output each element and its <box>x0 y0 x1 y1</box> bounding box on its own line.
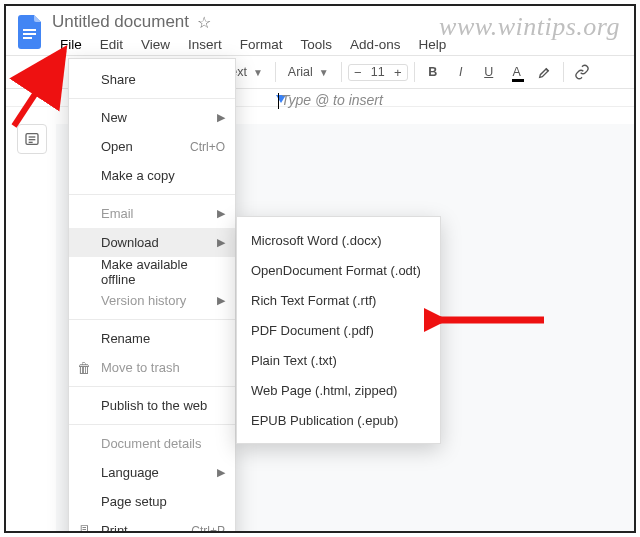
font-size-value[interactable]: 11 <box>367 65 389 79</box>
text-color-button[interactable]: A <box>505 60 529 84</box>
submenu-arrow-icon: ▶ <box>217 294 225 307</box>
file-menu-open[interactable]: OpenCtrl+O <box>69 132 235 161</box>
italic-button[interactable]: I <box>449 60 473 84</box>
file-menu-rename[interactable]: Rename <box>69 324 235 353</box>
menu-edit[interactable]: Edit <box>92 34 131 55</box>
font-size-increase[interactable]: + <box>389 65 407 80</box>
file-menu-offline[interactable]: Make available offline <box>69 257 235 286</box>
toolbar-separator <box>275 62 276 82</box>
shortcut-label: Ctrl+P <box>191 524 225 534</box>
chevron-down-icon: ▼ <box>319 67 329 78</box>
editor-placeholder: Type @ to insert <box>278 92 383 109</box>
submenu-arrow-icon: ▶ <box>217 236 225 249</box>
bold-button[interactable]: B <box>421 60 445 84</box>
file-menu-trash: 🗑Move to trash <box>69 353 235 382</box>
file-menu-page-setup[interactable]: Page setup <box>69 487 235 516</box>
font-label: Arial <box>288 65 313 79</box>
docs-logo[interactable] <box>14 12 48 52</box>
download-epub[interactable]: EPUB Publication (.epub) <box>237 405 440 435</box>
app-header: Untitled document ☆ File Edit View Inser… <box>6 6 634 55</box>
print-icon: 🖶 <box>77 523 91 534</box>
download-rtf[interactable]: Rich Text Format (.rtf) <box>237 285 440 315</box>
submenu-arrow-icon: ▶ <box>217 111 225 124</box>
menu-separator <box>69 386 235 387</box>
star-icon[interactable]: ☆ <box>197 13 211 32</box>
menu-tools[interactable]: Tools <box>293 34 341 55</box>
menu-view[interactable]: View <box>133 34 178 55</box>
menu-file[interactable]: File <box>52 34 90 55</box>
menu-addons[interactable]: Add-ons <box>342 34 408 55</box>
font-size-decrease[interactable]: − <box>349 65 367 80</box>
font-size-control: − 11 + <box>348 64 408 81</box>
file-menu-publish[interactable]: Publish to the web <box>69 391 235 420</box>
menu-separator <box>69 424 235 425</box>
menu-separator <box>69 98 235 99</box>
trash-icon: 🗑 <box>77 360 91 376</box>
toolbar-separator <box>341 62 342 82</box>
chevron-down-icon: ▼ <box>253 67 263 78</box>
file-menu-version-history: Version history▶ <box>69 286 235 315</box>
svg-rect-1 <box>23 33 36 35</box>
file-menu-dropdown: Share New▶ OpenCtrl+O Make a copy Email▶… <box>68 58 236 533</box>
download-docx[interactable]: Microsoft Word (.docx) <box>237 225 440 255</box>
menu-insert[interactable]: Insert <box>180 34 230 55</box>
file-menu-new[interactable]: New▶ <box>69 103 235 132</box>
menu-help[interactable]: Help <box>410 34 454 55</box>
svg-rect-2 <box>23 37 32 39</box>
highlight-button[interactable] <box>533 60 557 84</box>
menu-format[interactable]: Format <box>232 34 291 55</box>
shortcut-label: Ctrl+O <box>190 140 225 154</box>
file-menu-share[interactable]: Share <box>69 65 235 94</box>
outline-toggle[interactable] <box>17 124 47 154</box>
underline-button[interactable]: U <box>477 60 501 84</box>
file-menu-download[interactable]: Download▶ <box>69 228 235 257</box>
download-txt[interactable]: Plain Text (.txt) <box>237 345 440 375</box>
file-menu-make-copy[interactable]: Make a copy <box>69 161 235 190</box>
insert-link-button[interactable] <box>570 60 594 84</box>
file-menu-details: Document details <box>69 429 235 458</box>
left-rail <box>12 124 52 154</box>
toolbar-separator <box>563 62 564 82</box>
menubar: File Edit View Insert Format Tools Add-o… <box>52 34 626 55</box>
toolbar-separator <box>414 62 415 82</box>
font-dropdown[interactable]: Arial ▼ <box>282 65 335 79</box>
download-html[interactable]: Web Page (.html, zipped) <box>237 375 440 405</box>
submenu-arrow-icon: ▶ <box>217 207 225 220</box>
file-menu-print[interactable]: 🖶PrintCtrl+P <box>69 516 235 533</box>
download-pdf[interactable]: PDF Document (.pdf) <box>237 315 440 345</box>
svg-rect-0 <box>23 29 36 31</box>
submenu-arrow-icon: ▶ <box>217 466 225 479</box>
menu-separator <box>69 194 235 195</box>
document-title[interactable]: Untitled document <box>52 12 189 32</box>
file-menu-email: Email▶ <box>69 199 235 228</box>
file-menu-language[interactable]: Language▶ <box>69 458 235 487</box>
menu-separator <box>69 319 235 320</box>
download-odt[interactable]: OpenDocument Format (.odt) <box>237 255 440 285</box>
download-submenu: Microsoft Word (.docx) OpenDocument Form… <box>236 216 441 444</box>
